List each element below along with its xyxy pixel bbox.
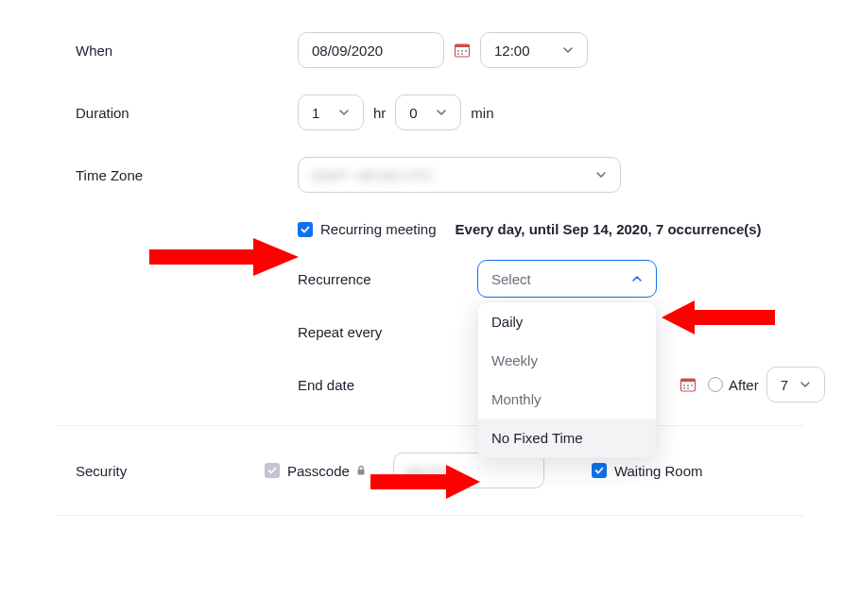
row-security: Security Passcode a8x7Kp Waiting Room <box>0 436 860 505</box>
waiting-room-checkbox[interactable] <box>592 463 607 478</box>
recurring-summary: Every day, until Sep 14, 2020, 7 occurre… <box>456 221 762 237</box>
timezone-value: (GMT +00:00) UTC <box>312 167 586 183</box>
hr-unit: hr <box>373 105 386 121</box>
chevron-up-icon <box>631 273 643 284</box>
date-value: 08/09/2020 <box>312 43 383 59</box>
after-label: After <box>729 377 759 393</box>
chevron-down-icon <box>338 107 350 118</box>
after-occurrences-select[interactable]: 7 <box>766 367 825 402</box>
svg-point-13 <box>687 387 689 389</box>
chevron-down-icon <box>436 107 447 118</box>
min-unit: min <box>471 105 493 121</box>
svg-point-9 <box>683 385 685 386</box>
svg-point-2 <box>457 50 459 52</box>
recurrence-dropdown: Daily Weekly Monthly No Fixed Time <box>477 301 657 458</box>
chevron-down-icon <box>800 379 811 390</box>
after-value: 7 <box>781 377 788 393</box>
time-select[interactable]: 12:00 <box>480 32 588 68</box>
row-recurrence: Recurrence Select Daily Weekly Monthly N… <box>0 247 860 311</box>
passcode-label: Passcode <box>287 463 350 479</box>
passcode-value: a8x7Kp <box>405 463 532 479</box>
duration-minutes-select[interactable]: 0 <box>395 94 461 130</box>
chevron-down-icon <box>595 169 607 180</box>
duration-hours-value: 1 <box>312 105 319 121</box>
recurring-checkbox[interactable] <box>298 222 313 237</box>
date-input[interactable]: 08/09/2020 <box>298 32 444 68</box>
lock-icon <box>355 465 367 476</box>
row-recurring: Recurring meeting Every day, until Sep 1… <box>0 206 860 247</box>
dropdown-option-weekly[interactable]: Weekly <box>478 341 656 380</box>
label-duration: Duration <box>0 105 298 121</box>
passcode-checkbox[interactable] <box>265 463 280 478</box>
label-end-date: End date <box>298 377 477 393</box>
label-when: When <box>0 43 298 59</box>
label-repeat-every: Repeat every <box>298 324 477 340</box>
duration-hours-select[interactable]: 1 <box>298 94 364 130</box>
chevron-down-icon <box>562 44 574 56</box>
recurrence-select[interactable]: Select <box>477 260 657 298</box>
dropdown-option-daily[interactable]: Daily <box>478 302 656 341</box>
row-duration: Duration 1 hr 0 min <box>0 81 860 144</box>
dropdown-option-no-fixed-time[interactable]: No Fixed Time <box>478 419 656 457</box>
svg-point-5 <box>457 53 459 55</box>
after-radio[interactable] <box>708 377 723 392</box>
svg-point-11 <box>691 385 693 386</box>
label-timezone: Time Zone <box>0 167 298 183</box>
dropdown-option-monthly[interactable]: Monthly <box>478 380 656 419</box>
label-recurrence: Recurrence <box>298 271 477 287</box>
section-divider <box>57 425 803 426</box>
row-repeat-every: Repeat every <box>0 311 860 353</box>
row-timezone: Time Zone (GMT +00:00) UTC <box>0 144 860 206</box>
recurrence-placeholder: Select <box>491 271 531 287</box>
row-when: When 08/09/2020 12:00 <box>0 19 860 81</box>
calendar-icon[interactable] <box>454 42 471 59</box>
time-value: 12:00 <box>494 43 530 59</box>
svg-rect-1 <box>456 44 470 47</box>
svg-point-4 <box>465 50 467 52</box>
calendar-icon[interactable] <box>679 376 697 393</box>
timezone-select[interactable]: (GMT +00:00) UTC <box>298 157 621 193</box>
svg-point-6 <box>461 53 463 55</box>
recurring-label: Recurring meeting <box>320 221 437 237</box>
label-security: Security <box>0 463 265 479</box>
svg-rect-14 <box>357 470 364 475</box>
svg-point-12 <box>683 387 685 389</box>
duration-minutes-value: 0 <box>409 105 417 121</box>
svg-point-3 <box>461 50 463 52</box>
svg-rect-8 <box>681 379 696 382</box>
waiting-room-label: Waiting Room <box>614 463 703 479</box>
section-divider <box>57 515 803 516</box>
svg-point-10 <box>687 385 689 386</box>
row-end-date: End date After 7 <box>0 353 860 416</box>
